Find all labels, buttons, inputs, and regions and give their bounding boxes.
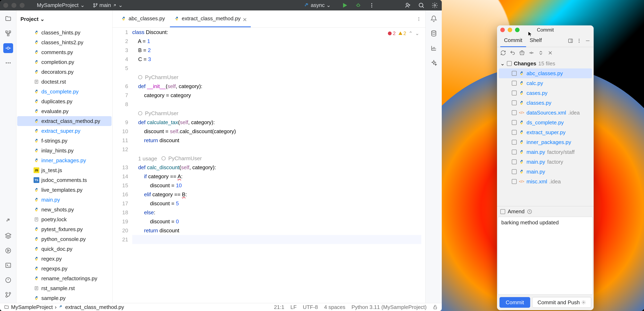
gutter-line[interactable]: 21: [112, 235, 128, 244]
notifications-button[interactable]: [429, 14, 439, 24]
code-area[interactable]: class Discount: A = 1 B = 2 C = 3 PyChar…: [132, 28, 426, 303]
gutter-line[interactable]: 20: [112, 226, 128, 235]
commit-file-item[interactable]: classes.py: [499, 98, 592, 108]
code-line[interactable]: discount = self.calc_discount(category): [132, 127, 421, 136]
commit-tool-button[interactable]: [3, 43, 13, 53]
file-checkbox[interactable]: [512, 100, 517, 105]
maximize-window[interactable]: [515, 28, 520, 32]
editor[interactable]: 2 2 ⌃ ⌄ 12345678910111213141516171819202…: [112, 28, 426, 303]
readonly-toggle[interactable]: [433, 305, 438, 309]
commit-file-item[interactable]: </>dataSources.xml.idea: [499, 108, 592, 118]
code-line[interactable]: def calc_discount(self, category):: [132, 163, 421, 172]
gutter-line[interactable]: 2: [112, 37, 128, 46]
gutter-line[interactable]: 4: [112, 55, 128, 64]
python-console-button[interactable]: [3, 216, 13, 226]
database-button[interactable]: [429, 29, 439, 38]
commit-changes-tree[interactable]: ⌄ Changes 15 files abc_classes.pycalc.py…: [497, 59, 594, 206]
code-line[interactable]: C = 3: [132, 55, 421, 64]
tree-item[interactable]: main.py: [17, 195, 112, 205]
gutter-line[interactable]: 16: [112, 190, 128, 199]
gutter-line[interactable]: 7: [112, 91, 128, 100]
file-checkbox[interactable]: [512, 159, 517, 164]
commit-file-item[interactable]: abc_classes.py: [499, 68, 592, 78]
commit-file-item[interactable]: inner_packages.py: [499, 137, 592, 147]
changelist-icon[interactable]: [538, 50, 544, 56]
services-button[interactable]: [3, 246, 13, 255]
commit-message-input[interactable]: barking method updated: [498, 217, 593, 294]
code-line[interactable]: [132, 235, 421, 244]
code-line[interactable]: category = category: [132, 91, 421, 100]
code-line[interactable]: discount = 10: [132, 181, 421, 190]
code-line[interactable]: else:: [132, 208, 421, 217]
tree-item[interactable]: regexps.py: [17, 264, 112, 273]
tree-item[interactable]: inner_packages.py: [17, 156, 112, 165]
problems-button[interactable]: [3, 275, 13, 285]
editor-tab[interactable]: abc_classes.py: [117, 11, 169, 27]
maximize-window[interactable]: [20, 3, 24, 8]
rollback-icon[interactable]: [510, 50, 516, 56]
commit-file-item[interactable]: main.pyfactory: [499, 157, 592, 167]
dock-icon[interactable]: [568, 38, 573, 44]
commit-titlebar[interactable]: Commit: [497, 26, 594, 35]
gutter[interactable]: 123456789101112131415161718192021: [112, 28, 132, 303]
commit-and-push-button[interactable]: Commit and Push: [532, 297, 591, 308]
file-checkbox[interactable]: [512, 179, 517, 184]
commit-file-item[interactable]: ds_complete.py: [499, 118, 592, 127]
gutter-line[interactable]: 19: [112, 217, 128, 226]
cursor-position[interactable]: 21:1: [274, 304, 284, 310]
debug-button[interactable]: [354, 2, 362, 9]
tab-commit[interactable]: Commit: [500, 35, 526, 47]
gutter-line[interactable]: [112, 109, 128, 118]
code-line[interactable]: [132, 100, 421, 109]
vcs-branch[interactable]: main ⌄: [93, 2, 123, 9]
sciview-button[interactable]: [429, 43, 439, 53]
gutter-line[interactable]: 10: [112, 127, 128, 136]
gutter-line[interactable]: [112, 73, 128, 82]
settings-button[interactable]: [431, 2, 438, 9]
project-panel-header[interactable]: Project ⌄: [16, 11, 112, 28]
indent-config[interactable]: 4 spaces: [324, 304, 345, 310]
changes-header[interactable]: ⌄ Changes 15 files: [499, 59, 592, 68]
gutter-line[interactable]: [112, 154, 128, 163]
tree-item[interactable]: comments.py: [17, 47, 112, 57]
breadcrumb[interactable]: MySampleProject › extract_class_method.p…: [4, 304, 124, 310]
more-vertical-icon[interactable]: [576, 38, 582, 44]
file-checkbox[interactable]: [512, 71, 517, 76]
amend-checkbox[interactable]: [500, 209, 505, 214]
terminal-button[interactable]: [3, 260, 13, 270]
file-checkbox[interactable]: [512, 140, 517, 145]
gutter-line[interactable]: 11: [112, 136, 128, 145]
tree-item[interactable]: classes_hints.py: [17, 28, 112, 38]
gutter-line[interactable]: 17: [112, 199, 128, 208]
vcs-button[interactable]: [3, 290, 13, 300]
tree-item[interactable]: extract_super.py: [17, 126, 112, 136]
gutter-line[interactable]: 9: [112, 118, 128, 127]
tree-item[interactable]: regex.py: [17, 254, 112, 264]
code-line[interactable]: PyCharmUser: [132, 109, 421, 118]
python-interpreter[interactable]: Python 3.11 (MySampleProject): [352, 304, 426, 310]
tree-item[interactable]: classes_hints2.py: [17, 38, 112, 47]
gutter-line[interactable]: 1: [112, 28, 128, 37]
run-button[interactable]: [341, 2, 348, 9]
file-checkbox[interactable]: [512, 120, 517, 125]
tree-item[interactable]: decorators.py: [17, 67, 112, 77]
tree-item[interactable]: new_shots.py: [17, 205, 112, 214]
commit-file-item[interactable]: main.pyfactory/staff: [499, 147, 592, 157]
file-checkbox[interactable]: [512, 91, 517, 96]
tree-item[interactable]: TSjsdoc_comments.ts: [17, 175, 112, 185]
tree-item[interactable]: completion.py: [17, 57, 112, 67]
file-checkbox[interactable]: [512, 130, 517, 135]
tree-item[interactable]: python_console.py: [17, 234, 112, 244]
tree-item[interactable]: poetry.lock: [17, 214, 112, 224]
commit-file-item[interactable]: main.py: [499, 167, 592, 177]
code-line[interactable]: A = 1: [132, 37, 421, 46]
commit-file-item[interactable]: </>misc.xml.idea: [499, 177, 592, 186]
gutter-line[interactable]: 12: [112, 145, 128, 154]
history-icon[interactable]: [527, 209, 532, 214]
tree-item[interactable]: pytest_fixtures.py: [17, 224, 112, 234]
gutter-line[interactable]: 3: [112, 46, 128, 55]
minimize-window[interactable]: [12, 3, 16, 8]
file-checkbox[interactable]: [512, 150, 517, 154]
shelve-icon[interactable]: [519, 50, 525, 56]
code-line[interactable]: def calculate_tax(self, category):: [132, 118, 421, 127]
